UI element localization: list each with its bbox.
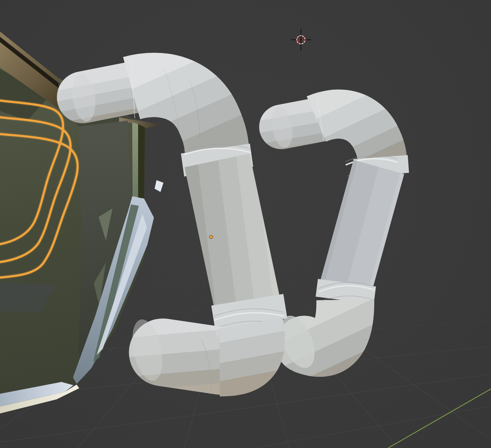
pipe-small-long-tube[interactable] xyxy=(345,167,379,291)
3d-viewport[interactable] xyxy=(0,0,491,448)
pipe-large-bottom-elbow[interactable] xyxy=(220,324,251,362)
pipe-large-long-tube[interactable] xyxy=(217,160,249,310)
pipe-large-bottom-tube[interactable] xyxy=(163,352,221,361)
object-origin-dot[interactable] xyxy=(209,235,213,239)
pipe-large-collar-2 xyxy=(247,300,251,324)
crate-edge-sage xyxy=(132,122,138,197)
crate-edge-dark-olive xyxy=(138,124,145,199)
viewport-canvas[interactable] xyxy=(0,0,491,448)
